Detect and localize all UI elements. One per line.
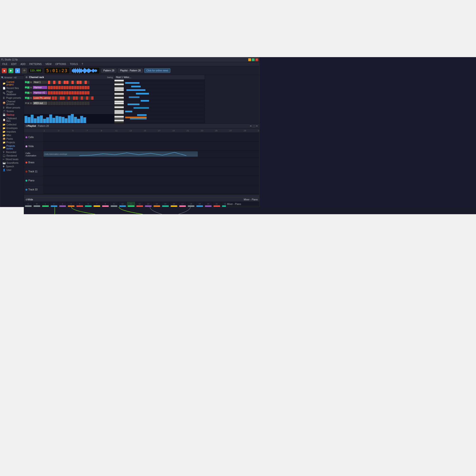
select-tool[interactable]: ⬚ [253, 125, 255, 127]
step-pad[interactable] [74, 91, 76, 95]
piano-key-black[interactable] [115, 108, 124, 110]
step-pad[interactable] [64, 102, 66, 105]
sidebar-item-sliced-beats[interactable]: ✂ Sliced beats [2, 157, 22, 161]
channel-mute[interactable]: M [27, 92, 30, 94]
sidebar-item-impulses[interactable]: 📂 Impulses [2, 130, 22, 134]
channel-led[interactable] [25, 86, 27, 88]
step-pad[interactable] [64, 86, 66, 89]
sidebar-item-packs[interactable]: 📦 Packs [2, 137, 22, 141]
step-pad[interactable] [66, 102, 68, 105]
step-pad[interactable] [85, 91, 87, 95]
piano-key[interactable] [115, 84, 124, 85]
step-pad[interactable] [85, 86, 87, 89]
piano-key-black[interactable] [115, 114, 124, 116]
step-pad[interactable] [64, 81, 66, 84]
step-pad[interactable] [48, 91, 50, 95]
online-news-button[interactable]: Click for online news [144, 68, 170, 73]
sidebar-item-plugin-database[interactable]: 🔌 Plugin database [2, 90, 22, 96]
sidebar-item-soundfonts[interactable]: 🎹 Soundfonts [2, 161, 22, 165]
step-pad[interactable] [75, 96, 78, 100]
sidebar-item-backup[interactable]: 💾 Backup [2, 113, 22, 117]
channel-mute[interactable]: M [27, 102, 30, 104]
step-pad[interactable] [88, 96, 91, 100]
record-button[interactable]: ● [15, 68, 20, 73]
channel-solo[interactable]: S [30, 102, 32, 104]
step-pad[interactable] [61, 102, 63, 105]
step-pad[interactable] [69, 81, 71, 84]
step-pad[interactable] [74, 86, 76, 89]
step-pad[interactable] [82, 102, 84, 105]
step-pad[interactable] [51, 81, 53, 84]
sidebar-item-speech[interactable]: 🗣 Speech [2, 165, 22, 168]
step-pad[interactable] [77, 86, 79, 89]
piano-key-black[interactable] [115, 122, 124, 123]
piano-key[interactable] [115, 120, 124, 122]
menu-patterns[interactable]: PATTERNS [29, 63, 42, 66]
step-pad[interactable] [48, 86, 50, 89]
step-pad[interactable] [61, 91, 63, 95]
step-pad[interactable] [69, 91, 71, 95]
menu-options[interactable]: OPTIONS [54, 63, 67, 66]
step-pad[interactable] [73, 96, 75, 100]
step-pad[interactable] [69, 86, 71, 89]
menu-file[interactable]: FILE [2, 63, 8, 66]
step-pad[interactable] [71, 86, 74, 89]
piano-key[interactable] [115, 93, 124, 95]
step-pad[interactable] [78, 96, 81, 100]
step-pad[interactable] [87, 81, 89, 84]
sidebar-item-user[interactable]: 👤 User [2, 168, 22, 172]
step-pad[interactable] [48, 81, 50, 84]
piano-key[interactable] [115, 112, 124, 114]
step-pad[interactable] [77, 102, 79, 105]
step-pad[interactable] [66, 86, 68, 89]
menu-edit[interactable]: EDIT [11, 63, 17, 66]
play-button[interactable]: ▶ [8, 68, 14, 73]
step-pad[interactable] [58, 86, 61, 89]
pattern-display[interactable]: Pattern 28 [101, 68, 116, 73]
piano-key[interactable] [115, 102, 124, 104]
step-pad[interactable] [85, 102, 87, 105]
step-pad[interactable] [58, 102, 61, 105]
sidebar-item-plugin-presets[interactable]: 🎛 Plugin presets [2, 96, 22, 100]
sidebar-item-recent-files[interactable]: 📄 Recent files [2, 86, 22, 90]
step-pad[interactable] [79, 86, 82, 89]
sidebar-item-channel-presets[interactable]: 📦 Channel presets [2, 100, 22, 106]
loop-button[interactable]: ⟳ [22, 68, 27, 73]
step-pad[interactable] [69, 102, 71, 105]
step-pad[interactable] [60, 96, 62, 100]
step-pad[interactable] [77, 91, 79, 95]
channel-mute[interactable]: M [27, 86, 30, 89]
sidebar-item-scores[interactable]: 🎵 Scores [2, 109, 22, 113]
step-pad[interactable] [74, 81, 76, 84]
step-pad[interactable] [65, 96, 67, 100]
channel-solo[interactable]: S [30, 92, 32, 94]
mixer-view-wide[interactable]: Wide [28, 198, 33, 201]
step-pad[interactable] [53, 102, 55, 105]
maximize-button[interactable]: □ [252, 58, 255, 61]
step-pad[interactable] [52, 96, 54, 100]
menu-tools[interactable]: TOOLS [69, 63, 79, 66]
piano-key[interactable] [115, 97, 124, 99]
step-pad[interactable] [71, 81, 74, 84]
step-pad[interactable] [77, 81, 79, 84]
step-pad[interactable] [58, 91, 61, 95]
step-pad[interactable] [56, 86, 58, 89]
step-pad[interactable] [85, 81, 87, 84]
sidebar-item-current-project[interactable]: 📁 Current project [2, 80, 22, 86]
menu-view[interactable]: VIEW [45, 63, 52, 66]
piano-key[interactable] [115, 116, 124, 118]
notes-area[interactable] [124, 80, 205, 123]
sidebar-item-misc[interactable]: 📂 Misc [2, 134, 22, 137]
step-pad[interactable] [54, 96, 57, 100]
sidebar-item-clipboard[interactable]: 📋 Clipboard files [2, 117, 22, 123]
channel-solo[interactable]: S [30, 81, 32, 84]
step-pad[interactable] [71, 102, 74, 105]
step-pad[interactable] [61, 86, 63, 89]
piano-key-black[interactable] [115, 95, 124, 97]
delete-tool[interactable]: ✂ [256, 125, 258, 127]
step-pad[interactable] [81, 96, 83, 100]
channel-led[interactable] [25, 102, 27, 104]
step-pad[interactable] [82, 86, 84, 89]
step-pad[interactable] [66, 81, 68, 84]
step-pad[interactable] [53, 81, 55, 84]
